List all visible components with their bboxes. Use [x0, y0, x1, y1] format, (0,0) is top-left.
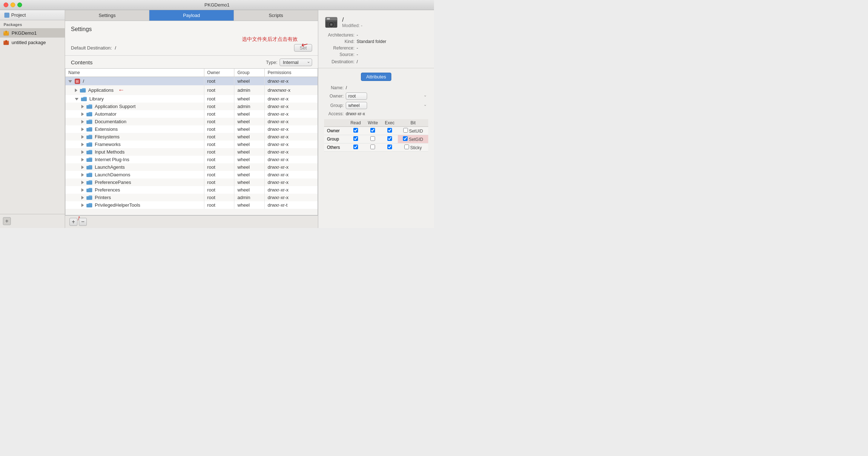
expand-icon[interactable]: [81, 134, 85, 139]
folder-icon: [86, 202, 93, 208]
expand-icon[interactable]: [81, 164, 85, 170]
file-name-cell: Internet Plug-Ins: [65, 156, 204, 163]
folder-icon: [86, 104, 93, 109]
root-icon: ⊞: [75, 78, 81, 84]
info-source: Source: -: [324, 52, 428, 57]
folder-icon: [86, 157, 93, 162]
info-top: / Modified: - Architectures: - Kind:: [318, 10, 434, 68]
settings-title: Settings: [71, 26, 312, 33]
perm-row: Group SetGID: [324, 135, 428, 143]
permissions-table: Read Write Exec Bit Owner SetUIDGroup Se…: [324, 119, 428, 152]
file-name-label: Application Support: [95, 104, 136, 109]
perm-exec-cell[interactable]: [382, 143, 398, 152]
file-owner-cell: root: [204, 141, 234, 148]
maximize-button[interactable]: [17, 3, 22, 7]
perm-write-cell[interactable]: [364, 127, 381, 135]
sidebar-item-untitled[interactable]: untitled package: [0, 38, 65, 47]
expand-icon[interactable]: [81, 187, 85, 193]
table-row[interactable]: LaunchAgentsrootwheeldrwxr-xr-x: [65, 163, 318, 171]
tab-scripts[interactable]: Scripts: [234, 10, 318, 21]
titlebar: PKGDemo1: [0, 0, 434, 10]
file-name-cell: PreferencePanes: [65, 178, 204, 186]
table-row[interactable]: Printersrootadmindrwxr-xr-x: [65, 194, 318, 201]
perm-exec-cell[interactable]: [382, 127, 398, 135]
info-kind: Kind: Standard folder: [324, 39, 428, 44]
file-permissions-cell: drwxr-xr-x: [265, 77, 318, 85]
expand-icon[interactable]: [81, 180, 85, 185]
expand-icon[interactable]: [81, 172, 85, 177]
expand-icon[interactable]: [81, 142, 85, 147]
expand-icon[interactable]: [81, 111, 85, 117]
sidebar-item-pkgdemo1[interactable]: PKGDemo1: [0, 28, 65, 38]
table-row[interactable]: PreferencePanesrootwheeldrwxr-xr-x: [65, 178, 318, 186]
file-name-cell: Extensions: [65, 125, 204, 133]
info-name-block: / Modified: -: [342, 17, 362, 28]
table-row[interactable]: Applications←rootadmindrwxrwxr-x: [65, 85, 318, 95]
file-permissions-cell: drwxrwxr-x: [265, 85, 318, 95]
table-row[interactable]: Frameworksrootwheeldrwxr-xr-x: [65, 141, 318, 148]
svg-text:⊞: ⊞: [76, 79, 79, 83]
close-button[interactable]: [4, 3, 8, 7]
expand-icon[interactable]: [68, 78, 73, 84]
attr-name-row: Name: /: [324, 85, 428, 90]
file-name-cell: Filesystems: [65, 133, 204, 141]
table-row[interactable]: Internet Plug-Insrootwheeldrwxr-xr-x: [65, 156, 318, 163]
file-group-cell: admin: [234, 194, 265, 201]
expand-icon[interactable]: [81, 119, 85, 124]
contents-title: Contents: [71, 59, 93, 65]
perm-write-cell[interactable]: [364, 135, 381, 143]
file-owner-cell: root: [204, 85, 234, 95]
table-row[interactable]: Extensionsrootwheeldrwxr-xr-x: [65, 125, 318, 133]
type-select[interactable]: Internal External Reference: [280, 59, 312, 66]
expand-icon[interactable]: [81, 149, 85, 155]
window-title: PKGDemo1: [204, 2, 229, 8]
group-select[interactable]: wheel admin staff: [346, 102, 367, 109]
file-group-cell: wheel: [234, 77, 265, 85]
file-permissions-cell: drwxr-xr-x: [265, 141, 318, 148]
expand-icon[interactable]: [81, 157, 85, 162]
owner-select[interactable]: root admin wheel: [346, 93, 367, 100]
table-row[interactable]: LaunchDaemonsrootwheeldrwxr-xr-x: [65, 171, 318, 178]
tab-settings[interactable]: Settings: [65, 10, 149, 21]
perm-entity-label: Owner: [324, 127, 347, 135]
perm-read-cell[interactable]: [347, 127, 364, 135]
project-label: Project: [4, 12, 26, 18]
svg-rect-2: [5, 31, 7, 33]
tab-payload[interactable]: Payload: [149, 10, 234, 21]
file-name-label: LaunchDaemons: [95, 172, 130, 177]
table-row[interactable]: PrivilegedHelperToolsrootwheeldrwxr-xr-t: [65, 201, 318, 209]
table-row[interactable]: Application Supportrootadmindrwxr-xr-x: [65, 103, 318, 110]
expand-icon[interactable]: [75, 87, 78, 93]
kind-value: Standard folder: [357, 39, 386, 44]
perm-read-cell[interactable]: [347, 143, 364, 152]
expand-icon[interactable]: [81, 195, 85, 200]
file-name-label: Extensions: [95, 126, 118, 132]
table-row[interactable]: Filesystemsrootwheeldrwxr-xr-x: [65, 133, 318, 141]
expand-icon[interactable]: [81, 126, 85, 132]
attributes-button[interactable]: Attributes: [361, 73, 392, 81]
destination-value: /: [357, 59, 358, 64]
perm-read-cell[interactable]: [347, 135, 364, 143]
table-row[interactable]: Libraryrootwheeldrwxr-xr-x: [65, 95, 318, 103]
table-row[interactable]: ⊞ /rootwheeldrwxr-xr-x: [65, 77, 318, 85]
table-row[interactable]: Automatorrootwheeldrwxr-xr-x: [65, 110, 318, 118]
perm-write-cell[interactable]: [364, 143, 381, 152]
expand-icon[interactable]: [81, 104, 85, 109]
table-row[interactable]: Input Methodsrootwheeldrwxr-xr-x: [65, 148, 318, 156]
file-group-cell: wheel: [234, 163, 265, 171]
add-project-button[interactable]: +: [3, 217, 11, 225]
table-row[interactable]: Documentationrootwheeldrwxr-xr-x: [65, 118, 318, 125]
attr-access-row: Access: drwxr-xr-x: [324, 111, 428, 116]
expand-icon[interactable]: [75, 96, 80, 102]
file-name-cell: PrivilegedHelperTools: [65, 201, 204, 209]
sidebar-footer: +: [0, 214, 65, 228]
file-group-cell: wheel: [234, 148, 265, 156]
tabs-bar: Settings Payload Scripts: [65, 10, 318, 21]
perm-exec-cell[interactable]: [382, 135, 398, 143]
expand-icon[interactable]: [81, 202, 85, 208]
attr-group-row: Group: wheel admin staff: [324, 102, 428, 109]
attr-name-label: Name:: [324, 85, 346, 90]
file-permissions-cell: drwxr-xr-x: [265, 156, 318, 163]
table-row[interactable]: Preferencesrootwheeldrwxr-xr-x: [65, 186, 318, 194]
minimize-button[interactable]: [10, 3, 15, 7]
